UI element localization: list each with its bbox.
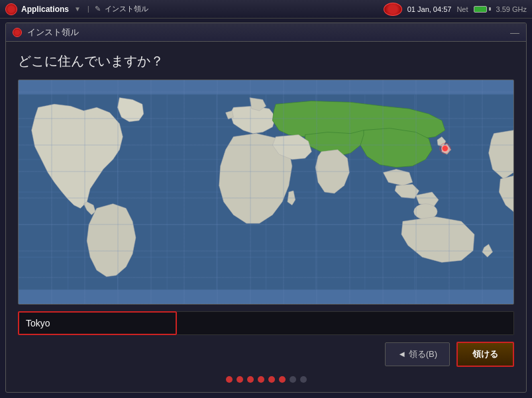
question-title: どこに住んでいますか？ [18, 52, 514, 70]
window-content: どこに住んでいますか？ [6, 42, 526, 392]
battery-icon [474, 6, 487, 13]
taskbar-net-label: Net [456, 5, 468, 13]
next-button-label: 領ける [472, 349, 498, 359]
city-input[interactable]: Tokyo [18, 311, 177, 335]
svg-point-16 [442, 145, 449, 152]
taskbar-icon1: ✎ [95, 5, 101, 13]
battery-tip [489, 7, 491, 11]
buttons-row: ◄ 領る(B) 領ける [18, 342, 514, 367]
installer-window: インスト領ル — どこに住んでいますか？ [5, 23, 527, 393]
city-input-row: Tokyo [18, 311, 514, 335]
progress-dot [290, 376, 296, 383]
taskbar-sep1: ▼ [74, 5, 81, 13]
window-close-button[interactable]: — [510, 27, 519, 38]
next-button[interactable]: 領ける [456, 342, 514, 367]
taskbar-window-label[interactable]: インスト領ル [105, 4, 148, 14]
taskbar-battery [474, 6, 491, 13]
taskbar-apps-label[interactable]: Applications [21, 5, 69, 14]
taskbar-logo-icon [5, 3, 17, 15]
back-button-label: ◄ 領る(B) [398, 348, 437, 360]
taskbar-cpu-label: 3.59 GHz [496, 5, 527, 13]
progress-dot [226, 376, 233, 383]
window-titlebar: インスト領ル — [6, 23, 526, 42]
taskbar-left: Applications ▼ | ✎ インスト領ル [5, 3, 148, 15]
window-title: インスト領ル [27, 26, 79, 38]
city-input-fill [177, 311, 514, 335]
progress-dot [247, 376, 254, 383]
progress-dot [268, 376, 275, 383]
progress-dots [18, 371, 514, 385]
progress-dot [258, 376, 264, 383]
taskbar-right: 01 Jan, 04:57 Net 3.59 GHz [384, 3, 527, 16]
world-map-svg [19, 80, 513, 304]
taskbar-user-icon [384, 3, 402, 16]
progress-dot [237, 376, 243, 383]
progress-dot [300, 376, 307, 383]
taskbar: Applications ▼ | ✎ インスト領ル 01 Jan, 04:57 … [0, 0, 532, 19]
taskbar-clock: 01 Jan, 04:57 [407, 5, 452, 13]
window-icon [13, 28, 22, 37]
progress-dot [279, 376, 286, 383]
world-map-container[interactable] [18, 79, 514, 305]
bottom-section: Tokyo ◄ 領る(B) 領ける [18, 305, 514, 371]
back-button[interactable]: ◄ 領る(B) [385, 342, 450, 366]
taskbar-sep2: | [87, 5, 89, 13]
